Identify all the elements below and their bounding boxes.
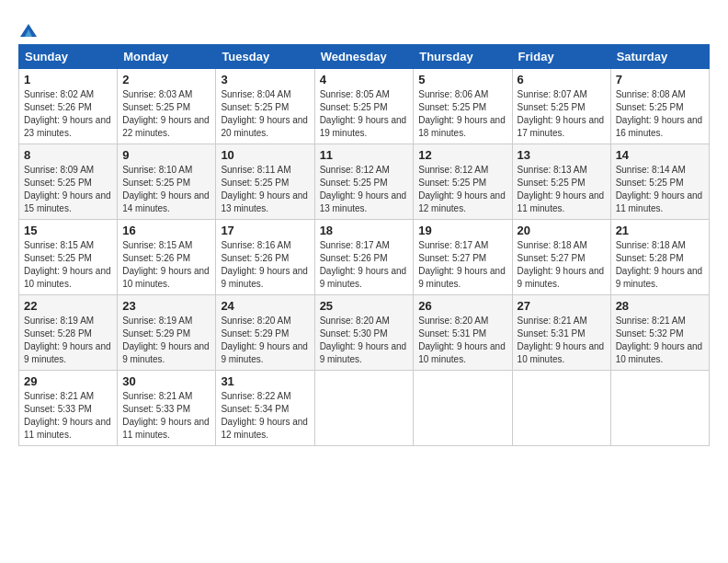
day-detail: Sunrise: 8:14 AMSunset: 5:25 PMDaylight:…	[616, 165, 703, 213]
calendar-cell: 23Sunrise: 8:19 AMSunset: 5:29 PMDayligh…	[118, 294, 216, 370]
calendar-header-wednesday: Wednesday	[314, 44, 414, 68]
calendar-cell: 6Sunrise: 8:07 AMSunset: 5:25 PMDaylight…	[512, 68, 610, 144]
calendar-week-4: 22Sunrise: 8:19 AMSunset: 5:28 PMDayligh…	[19, 294, 710, 370]
day-number: 28	[616, 299, 704, 313]
calendar-header-tuesday: Tuesday	[216, 44, 314, 68]
day-detail: Sunrise: 8:13 AMSunset: 5:25 PMDaylight:…	[518, 165, 605, 213]
day-number: 21	[616, 224, 704, 237]
day-number: 26	[418, 299, 506, 313]
calendar-cell: 30Sunrise: 8:21 AMSunset: 5:33 PMDayligh…	[118, 370, 216, 445]
calendar-cell: 19Sunrise: 8:17 AMSunset: 5:27 PMDayligh…	[414, 219, 512, 294]
calendar-header-thursday: Thursday	[414, 44, 512, 68]
calendar-cell: 13Sunrise: 8:13 AMSunset: 5:25 PMDayligh…	[512, 144, 610, 219]
day-detail: Sunrise: 8:07 AMSunset: 5:25 PMDaylight:…	[518, 89, 605, 138]
calendar-cell: 24Sunrise: 8:20 AMSunset: 5:29 PMDayligh…	[216, 294, 314, 370]
day-number: 20	[518, 224, 606, 237]
day-detail: Sunrise: 8:09 AMSunset: 5:25 PMDaylight:…	[24, 165, 111, 213]
calendar-cell: 28Sunrise: 8:21 AMSunset: 5:32 PMDayligh…	[610, 294, 709, 370]
calendar-cell: 12Sunrise: 8:12 AMSunset: 5:25 PMDayligh…	[414, 144, 512, 219]
day-detail: Sunrise: 8:17 AMSunset: 5:26 PMDaylight:…	[320, 240, 407, 289]
logo-text-block	[18, 20, 37, 39]
day-detail: Sunrise: 8:20 AMSunset: 5:29 PMDaylight:…	[221, 316, 308, 364]
calendar-cell: 16Sunrise: 8:15 AMSunset: 5:26 PMDayligh…	[118, 219, 216, 294]
day-detail: Sunrise: 8:21 AMSunset: 5:33 PMDaylight:…	[122, 391, 210, 440]
calendar-table: SundayMondayTuesdayWednesdayThursdayFrid…	[18, 44, 710, 446]
day-number: 29	[24, 374, 112, 388]
calendar-cell	[414, 370, 512, 445]
day-number: 11	[320, 148, 409, 162]
day-detail: Sunrise: 8:16 AMSunset: 5:26 PMDaylight:…	[221, 240, 308, 289]
calendar-cell: 1Sunrise: 8:02 AMSunset: 5:26 PMDaylight…	[19, 68, 118, 144]
logo-line1	[18, 20, 37, 39]
day-number: 25	[320, 299, 409, 313]
day-number: 30	[122, 374, 210, 388]
day-number: 2	[122, 73, 210, 86]
day-detail: Sunrise: 8:08 AMSunset: 5:25 PMDaylight:…	[616, 89, 703, 138]
day-number: 19	[418, 224, 506, 237]
day-number: 7	[616, 73, 704, 86]
day-number: 10	[221, 148, 309, 162]
calendar-cell: 26Sunrise: 8:20 AMSunset: 5:31 PMDayligh…	[414, 294, 512, 370]
calendar-cell: 3Sunrise: 8:04 AMSunset: 5:25 PMDaylight…	[216, 68, 314, 144]
day-number: 13	[518, 148, 606, 162]
calendar-week-3: 15Sunrise: 8:15 AMSunset: 5:25 PMDayligh…	[19, 219, 710, 294]
calendar-cell: 14Sunrise: 8:14 AMSunset: 5:25 PMDayligh…	[610, 144, 709, 219]
calendar-cell: 18Sunrise: 8:17 AMSunset: 5:26 PMDayligh…	[314, 219, 414, 294]
day-detail: Sunrise: 8:18 AMSunset: 5:27 PMDaylight:…	[518, 240, 605, 289]
day-detail: Sunrise: 8:12 AMSunset: 5:25 PMDaylight:…	[320, 165, 407, 213]
day-detail: Sunrise: 8:21 AMSunset: 5:32 PMDaylight:…	[616, 316, 703, 364]
day-detail: Sunrise: 8:02 AMSunset: 5:26 PMDaylight:…	[24, 89, 111, 138]
day-detail: Sunrise: 8:20 AMSunset: 5:31 PMDaylight:…	[418, 316, 506, 364]
calendar-cell: 8Sunrise: 8:09 AMSunset: 5:25 PMDaylight…	[19, 144, 118, 219]
calendar-cell	[512, 370, 610, 445]
day-detail: Sunrise: 8:19 AMSunset: 5:28 PMDaylight:…	[24, 316, 111, 364]
day-number: 15	[24, 224, 112, 237]
calendar-cell	[610, 370, 709, 445]
day-detail: Sunrise: 8:19 AMSunset: 5:29 PMDaylight:…	[122, 316, 210, 364]
calendar-cell: 29Sunrise: 8:21 AMSunset: 5:33 PMDayligh…	[19, 370, 118, 445]
page-container: SundayMondayTuesdayWednesdayThursdayFrid…	[0, 0, 728, 455]
day-detail: Sunrise: 8:04 AMSunset: 5:25 PMDaylight:…	[221, 89, 308, 138]
calendar-cell: 10Sunrise: 8:11 AMSunset: 5:25 PMDayligh…	[216, 144, 314, 219]
day-number: 27	[518, 299, 606, 313]
calendar-week-1: 1Sunrise: 8:02 AMSunset: 5:26 PMDaylight…	[19, 68, 710, 144]
day-detail: Sunrise: 8:11 AMSunset: 5:25 PMDaylight:…	[221, 165, 308, 213]
day-detail: Sunrise: 8:17 AMSunset: 5:27 PMDaylight:…	[418, 240, 506, 289]
day-detail: Sunrise: 8:06 AMSunset: 5:25 PMDaylight:…	[418, 89, 506, 138]
calendar-cell: 7Sunrise: 8:08 AMSunset: 5:25 PMDaylight…	[610, 68, 709, 144]
day-number: 4	[320, 73, 409, 86]
day-number: 17	[221, 224, 309, 237]
day-number: 16	[122, 224, 210, 237]
day-number: 18	[320, 224, 409, 237]
day-number: 9	[122, 148, 210, 162]
day-number: 22	[24, 299, 112, 313]
day-number: 24	[221, 299, 309, 313]
calendar-header-saturday: Saturday	[610, 44, 709, 68]
day-number: 23	[122, 299, 210, 313]
day-number: 5	[418, 73, 506, 86]
calendar-header-row: SundayMondayTuesdayWednesdayThursdayFrid…	[19, 44, 710, 68]
calendar-cell: 4Sunrise: 8:05 AMSunset: 5:25 PMDaylight…	[314, 68, 414, 144]
day-detail: Sunrise: 8:22 AMSunset: 5:34 PMDaylight:…	[221, 391, 308, 440]
calendar-cell: 11Sunrise: 8:12 AMSunset: 5:25 PMDayligh…	[314, 144, 414, 219]
day-number: 8	[24, 148, 112, 162]
calendar-header-friday: Friday	[512, 44, 610, 68]
day-number: 12	[418, 148, 506, 162]
calendar-header-monday: Monday	[118, 44, 216, 68]
day-detail: Sunrise: 8:12 AMSunset: 5:25 PMDaylight:…	[418, 165, 506, 213]
day-detail: Sunrise: 8:05 AMSunset: 5:25 PMDaylight:…	[320, 89, 407, 138]
day-number: 1	[24, 73, 112, 86]
calendar-cell: 5Sunrise: 8:06 AMSunset: 5:25 PMDaylight…	[414, 68, 512, 144]
calendar-cell: 21Sunrise: 8:18 AMSunset: 5:28 PMDayligh…	[610, 219, 709, 294]
calendar-cell: 25Sunrise: 8:20 AMSunset: 5:30 PMDayligh…	[314, 294, 414, 370]
calendar-cell: 20Sunrise: 8:18 AMSunset: 5:27 PMDayligh…	[512, 219, 610, 294]
day-number: 14	[616, 148, 704, 162]
calendar-cell: 31Sunrise: 8:22 AMSunset: 5:34 PMDayligh…	[216, 370, 314, 445]
calendar-cell	[314, 370, 414, 445]
day-number: 31	[221, 374, 309, 388]
day-detail: Sunrise: 8:15 AMSunset: 5:26 PMDaylight:…	[122, 240, 210, 289]
day-detail: Sunrise: 8:03 AMSunset: 5:25 PMDaylight:…	[122, 89, 210, 138]
logo	[18, 20, 37, 39]
header	[18, 17, 710, 39]
day-detail: Sunrise: 8:21 AMSunset: 5:33 PMDaylight:…	[24, 391, 111, 440]
